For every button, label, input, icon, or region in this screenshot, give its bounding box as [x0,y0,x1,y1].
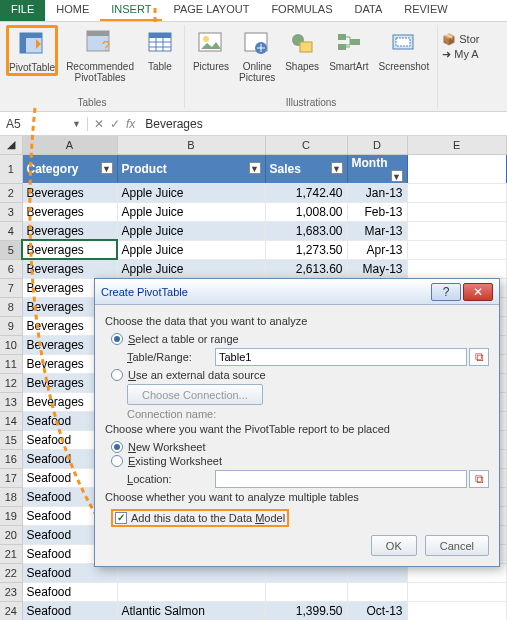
option-add-data-model[interactable]: Add this data to the Data Model [111,509,489,527]
choose-connection-button: Choose Connection... [127,384,263,405]
option-external-source[interactable]: Use an external data source [111,369,489,381]
table-range-label: Table/Range: [127,351,215,363]
cancel-button[interactable]: Cancel [425,535,489,556]
choose-connection-row: Choose Connection... [127,384,489,405]
option-new-worksheet[interactable]: New Worksheet [111,441,489,453]
section-choose-location: Choose where you want the PivotTable rep… [105,423,489,435]
radio-new-worksheet[interactable] [111,441,123,453]
radio-existing-worksheet-label: Existing Worksheet [128,455,222,467]
table-range-input[interactable] [215,348,467,366]
radio-select-table-label: Select a table or range [128,333,239,345]
location-row: Location: ⧉ [127,470,489,488]
radio-external[interactable] [111,369,123,381]
collapse-dialog-icon[interactable]: ⧉ [469,348,489,366]
checkbox-add-data-model[interactable] [115,512,127,524]
highlight-add-data-model: Add this data to the Data Model [111,509,289,527]
collapse-dialog-icon[interactable]: ⧉ [469,470,489,488]
dialog-body: Choose the data that you want to analyze… [95,305,499,566]
section-choose-data: Choose the data that you want to analyze [105,315,489,327]
checkbox-add-data-model-label: Add this data to the Data Model [131,512,285,524]
ok-button[interactable]: OK [371,535,417,556]
help-button[interactable]: ? [431,283,461,301]
dialog-buttons: OK Cancel [105,535,489,556]
radio-select-table[interactable] [111,333,123,345]
connection-name-row: Connection name: [127,408,489,420]
dialog-title: Create PivotTable [101,286,429,298]
radio-existing-worksheet[interactable] [111,455,123,467]
option-select-table-range[interactable]: Select a table or range [111,333,489,345]
create-pivottable-dialog: Create PivotTable ? ✕ Choose the data th… [94,278,500,567]
connection-name-label: Connection name: [127,408,216,420]
dialog-titlebar[interactable]: Create PivotTable ? ✕ [95,279,499,305]
location-label: Location: [127,473,215,485]
close-button[interactable]: ✕ [463,283,493,301]
section-multiple-tables: Choose whether you want to analyze multi… [105,491,489,503]
location-input[interactable] [215,470,467,488]
radio-new-worksheet-label: New Worksheet [128,441,205,453]
option-existing-worksheet[interactable]: Existing Worksheet [111,455,489,467]
table-range-row: Table/Range: ⧉ [127,348,489,366]
radio-external-label: Use an external data source [128,369,266,381]
